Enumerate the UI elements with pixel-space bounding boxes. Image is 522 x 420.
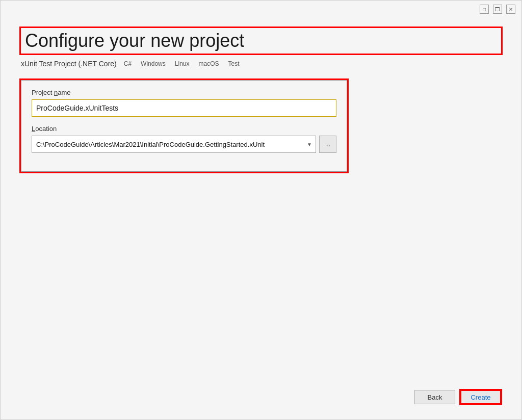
- tag-windows: Windows: [139, 60, 168, 68]
- project-name-input[interactable]: [32, 99, 336, 117]
- subtitle-row: xUnit Test Project (.NET Core) C# Window…: [21, 60, 501, 68]
- tag-csharp: C#: [122, 60, 134, 68]
- location-label: Location: [32, 125, 336, 133]
- location-select-wrapper: C:\ProCodeGuide\Articles\Mar2021\Initial…: [32, 136, 316, 153]
- page-title: Configure your new project: [21, 28, 501, 54]
- location-row: C:\ProCodeGuide\Articles\Mar2021\Initial…: [32, 136, 336, 153]
- tag-test: Test: [226, 60, 242, 68]
- project-name-group: Project name: [32, 89, 336, 117]
- create-button[interactable]: Create: [460, 390, 501, 404]
- back-button[interactable]: Back: [414, 390, 455, 404]
- project-name-label: Project name: [32, 89, 336, 96]
- create-label: Create: [471, 393, 490, 401]
- minimize-button[interactable]: □: [480, 5, 489, 14]
- project-type-label: xUnit Test Project (.NET Core): [21, 60, 117, 68]
- titlebar: □ 🗖 ✕: [1, 1, 521, 18]
- browse-button[interactable]: ...: [319, 136, 336, 153]
- form-section: Project name Location C:\ProCodeGuide\Ar…: [21, 80, 347, 172]
- back-label: Back: [428, 393, 442, 401]
- close-button[interactable]: ✕: [506, 5, 515, 14]
- restore-button[interactable]: 🗖: [493, 5, 502, 14]
- location-group: Location C:\ProCodeGuide\Articles\Mar202…: [32, 125, 336, 153]
- location-select[interactable]: C:\ProCodeGuide\Articles\Mar2021\Initial…: [32, 136, 316, 153]
- bottom-bar: Back Create: [1, 390, 521, 419]
- tag-macos: macOS: [196, 60, 221, 68]
- content-area: Configure your new project xUnit Test Pr…: [1, 18, 521, 390]
- tag-linux: Linux: [173, 60, 192, 68]
- main-window: □ 🗖 ✕ Configure your new project xUnit T…: [0, 0, 522, 420]
